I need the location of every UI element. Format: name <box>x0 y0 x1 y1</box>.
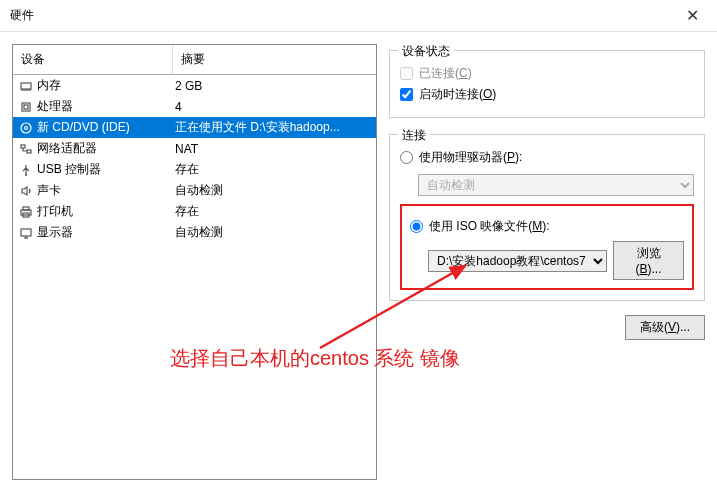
network-icon <box>17 142 35 156</box>
physical-drive-label: 使用物理驱动器(P): <box>419 149 522 166</box>
svg-rect-11 <box>27 150 31 153</box>
physical-drive-select: 自动检测 <box>418 174 694 196</box>
device-name: 处理器 <box>35 98 173 115</box>
advanced-button[interactable]: 高级(V)... <box>625 315 705 340</box>
svg-point-8 <box>21 123 31 133</box>
device-summary: 自动检测 <box>173 182 372 199</box>
window-title: 硬件 <box>10 7 677 24</box>
browse-button[interactable]: 浏览(B)... <box>613 241 684 280</box>
connected-checkbox-row: 已连接(C) <box>400 65 694 82</box>
device-summary: 存在 <box>173 203 372 220</box>
connection-group: 连接 使用物理驱动器(P): 自动检测 使用 ISO 映像文件(M): D:\安… <box>389 134 705 301</box>
column-summary[interactable]: 摘要 <box>173 45 376 74</box>
svg-point-12 <box>25 174 27 176</box>
iso-file-radio[interactable] <box>410 220 423 233</box>
table-row[interactable]: 处理器4 <box>13 96 376 117</box>
device-name: 打印机 <box>35 203 173 220</box>
table-header: 设备 摘要 <box>13 45 376 75</box>
svg-rect-10 <box>21 145 25 148</box>
content-area: 设备 摘要 内存2 GB处理器4新 CD/DVD (IDE)正在使用文件 D:\… <box>0 32 717 492</box>
device-name: 新 CD/DVD (IDE) <box>35 119 173 136</box>
table-row[interactable]: 声卡自动检测 <box>13 180 376 201</box>
group-label: 连接 <box>398 127 430 144</box>
usb-icon <box>17 163 35 177</box>
iso-file-row[interactable]: 使用 ISO 映像文件(M): <box>410 218 684 235</box>
advanced-row: 高级(V)... <box>389 315 705 340</box>
table-row[interactable]: 网络适配器NAT <box>13 138 376 159</box>
physical-drive-row[interactable]: 使用物理驱动器(P): <box>400 149 694 166</box>
device-summary: 自动检测 <box>173 224 372 241</box>
table-row[interactable]: 打印机存在 <box>13 201 376 222</box>
memory-icon <box>17 79 35 93</box>
table-row[interactable]: 显示器自动检测 <box>13 222 376 243</box>
device-summary: NAT <box>173 142 372 156</box>
cpu-icon <box>17 100 35 114</box>
device-name: 网络适配器 <box>35 140 173 157</box>
svg-rect-0 <box>21 83 31 89</box>
svg-point-9 <box>25 126 28 129</box>
device-summary: 4 <box>173 100 372 114</box>
svg-rect-7 <box>24 105 28 109</box>
iso-path-row: D:\安装hadoop教程\centos7 浏览(B)... <box>410 241 684 280</box>
group-label: 设备状态 <box>398 43 454 60</box>
iso-highlight-annotation: 使用 ISO 映像文件(M): D:\安装hadoop教程\centos7 浏览… <box>400 204 694 290</box>
printer-icon <box>17 205 35 219</box>
table-row[interactable]: 内存2 GB <box>13 75 376 96</box>
physical-drive-radio[interactable] <box>400 151 413 164</box>
svg-rect-6 <box>22 103 30 111</box>
device-list-panel: 设备 摘要 内存2 GB处理器4新 CD/DVD (IDE)正在使用文件 D:\… <box>12 44 377 480</box>
table-row[interactable]: 新 CD/DVD (IDE)正在使用文件 D:\安装hadoop... <box>13 117 376 138</box>
iso-path-select[interactable]: D:\安装hadoop教程\centos7 <box>428 250 607 272</box>
device-name: 显示器 <box>35 224 173 241</box>
device-summary: 2 GB <box>173 79 372 93</box>
table-row[interactable]: USB 控制器存在 <box>13 159 376 180</box>
iso-file-label: 使用 ISO 映像文件(M): <box>429 218 550 235</box>
display-icon <box>17 226 35 240</box>
device-summary: 正在使用文件 D:\安装hadoop... <box>173 119 372 136</box>
device-name: 内存 <box>35 77 173 94</box>
close-icon[interactable]: ✕ <box>677 6 707 25</box>
device-name: 声卡 <box>35 182 173 199</box>
connect-on-start-row[interactable]: 启动时连接(O) <box>400 86 694 103</box>
titlebar: 硬件 ✕ <box>0 0 717 32</box>
device-summary: 存在 <box>173 161 372 178</box>
physical-dropdown-wrap: 自动检测 <box>400 170 694 196</box>
column-device[interactable]: 设备 <box>13 45 173 74</box>
sound-icon <box>17 184 35 198</box>
connect-on-start-checkbox[interactable] <box>400 88 413 101</box>
svg-rect-16 <box>21 229 31 236</box>
connected-label: 已连接(C) <box>419 65 472 82</box>
connected-checkbox <box>400 67 413 80</box>
device-name: USB 控制器 <box>35 161 173 178</box>
disc-icon <box>17 121 35 135</box>
connect-on-start-label: 启动时连接(O) <box>419 86 496 103</box>
device-status-group: 设备状态 已连接(C) 启动时连接(O) <box>389 50 705 118</box>
settings-panel: 设备状态 已连接(C) 启动时连接(O) 连接 使用物理驱动器(P): 自动检测 <box>389 44 705 480</box>
